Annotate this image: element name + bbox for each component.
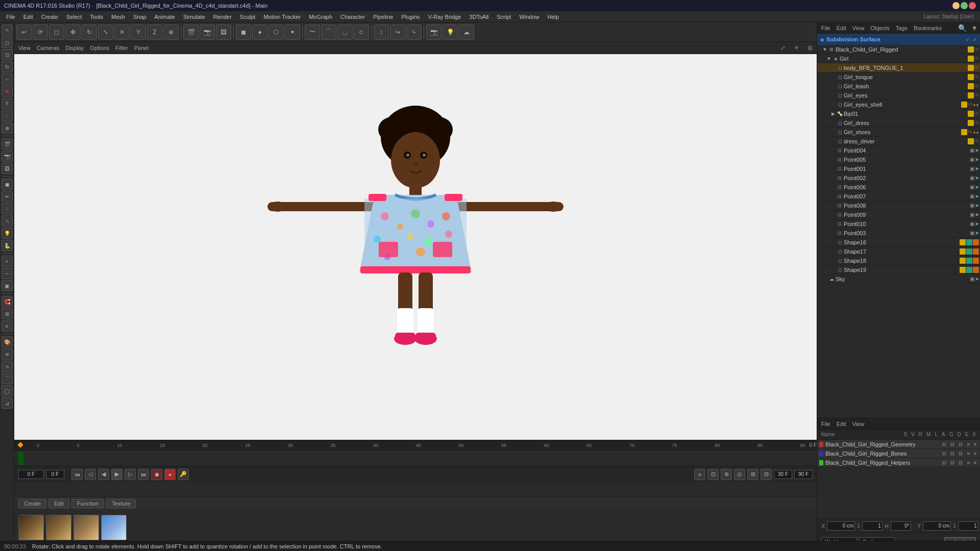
toolbar-btn3[interactable]: ⊕ bbox=[721, 469, 732, 480]
tool-render3[interactable]: 🖼 bbox=[2, 163, 13, 174]
spline4-btn[interactable]: ⊂ bbox=[354, 24, 369, 40]
obj-row-shape16[interactable]: ◻ Shape16 bbox=[817, 238, 980, 247]
tool-world[interactable]: ⊕ bbox=[2, 122, 13, 134]
x-size-input[interactable] bbox=[862, 521, 883, 531]
object-list[interactable]: ▼ ⊞ Black_Child_Girl_Rigged ⁞⁞⁞ ▼ ◈ Girl bbox=[817, 45, 980, 418]
tool-sculpt4[interactable]: ⌒ bbox=[2, 373, 13, 384]
record-btn[interactable]: ⏺ bbox=[151, 469, 162, 480]
yform-btn[interactable]: Y bbox=[131, 24, 146, 40]
spline-btn[interactable]: 〜 bbox=[305, 24, 320, 40]
om-bookmarks-menu[interactable]: Bookmarks bbox=[912, 25, 944, 31]
viewport-cameras-menu[interactable]: Cameras bbox=[37, 45, 60, 51]
obj-row-point005[interactable]: ⊡ Point005 ▣ ➤ bbox=[817, 155, 980, 164]
tool-cube[interactable]: ◼ bbox=[2, 179, 13, 190]
play-btn[interactable]: ▶ bbox=[111, 469, 122, 480]
maximize-button[interactable] bbox=[961, 2, 968, 9]
menu-tools[interactable]: Tools bbox=[86, 13, 107, 21]
sphere-btn[interactable]: ● bbox=[252, 24, 267, 40]
zform-btn[interactable]: Z bbox=[147, 24, 162, 40]
menu-render[interactable]: Render bbox=[209, 13, 236, 21]
obj-row-bip01[interactable]: ▶ 🦴 Bip01 ⁞⁞⁞ bbox=[817, 109, 980, 118]
viewport-view-menu[interactable]: View bbox=[18, 45, 31, 51]
go-end-btn[interactable]: ⏭ bbox=[138, 469, 149, 480]
obj-row-point010[interactable]: ⊡ Point010 ▣ ➤ bbox=[817, 219, 980, 229]
tool-lights[interactable]: 💡 bbox=[2, 228, 13, 239]
obj-row-shape18[interactable]: ◻ Shape18 bbox=[817, 256, 980, 265]
toolbar-btn6[interactable]: ⊟ bbox=[761, 469, 772, 480]
timeline-track[interactable] bbox=[14, 450, 817, 466]
x-pos-input[interactable] bbox=[827, 521, 855, 531]
obj-row-eyes[interactable]: ◻ Girl_eyes ⁞⁞⁞ bbox=[817, 91, 980, 100]
tool-select[interactable]: ◻ bbox=[2, 37, 13, 48]
tool-scale[interactable]: ↔ bbox=[2, 73, 13, 85]
render-to-btn[interactable]: 🖼 bbox=[216, 24, 231, 40]
toolbar-btn2[interactable]: ⊡ bbox=[707, 469, 719, 480]
tool-sculpt5[interactable]: ◯ bbox=[2, 385, 13, 396]
obj-row-black-child[interactable]: ▼ ⊞ Black_Child_Girl_Rigged ⁞⁞⁞ bbox=[817, 45, 980, 54]
viewport-expand[interactable]: ⤢ bbox=[780, 44, 786, 52]
tool-pen[interactable]: ✏ bbox=[2, 191, 13, 202]
obj-row-eyes-shell[interactable]: ◻ Girl_eyes_shell ⁞⁞⁞ ⬥⬥ bbox=[817, 100, 980, 109]
camera-btn[interactable]: 📷 bbox=[426, 24, 442, 40]
obj-row-tongue1[interactable]: ◻ body_BFB_TONGUE_1 ⁞⁞⁞ bbox=[817, 63, 980, 72]
world-btn[interactable]: ⊕ bbox=[163, 24, 179, 40]
menu-edit[interactable]: Edit bbox=[19, 13, 37, 21]
subdiv-check[interactable]: ✓ bbox=[966, 37, 970, 42]
render-preview-btn[interactable]: 🎬 bbox=[183, 24, 199, 40]
tool-sculpt[interactable]: 🎨 bbox=[2, 336, 13, 347]
tool-more[interactable]: ≡ bbox=[2, 320, 13, 332]
viewport-filter-menu[interactable]: Filter bbox=[115, 45, 128, 51]
material-tab-function[interactable]: Function bbox=[71, 499, 104, 508]
obj-row-point008[interactable]: ⊡ Point008 ▣ ➤ bbox=[817, 201, 980, 210]
tool-snap[interactable]: 🧲 bbox=[2, 296, 13, 307]
obj-row-shape19[interactable]: ◻ Shape19 bbox=[817, 265, 980, 274]
select-btn[interactable]: ◻ bbox=[49, 24, 64, 40]
xform-btn[interactable]: ✕ bbox=[114, 24, 130, 40]
anim-file-menu[interactable]: File bbox=[819, 421, 832, 427]
prev-key-btn[interactable]: ◁ bbox=[85, 469, 96, 480]
rotate-btn[interactable]: ↻ bbox=[82, 24, 97, 40]
material-tab-edit[interactable]: Edit bbox=[48, 499, 69, 508]
tool-spline[interactable]: ♢ bbox=[2, 203, 13, 214]
play-back-btn[interactable]: ◀ bbox=[98, 469, 109, 480]
anim-edit-menu[interactable]: Edit bbox=[835, 421, 848, 427]
viewport-options-menu[interactable]: Options bbox=[90, 45, 109, 51]
obj-row-tongue[interactable]: ◻ Girl_tongue ⁞⁞⁞ bbox=[817, 72, 980, 82]
tool-python[interactable]: 🐍 bbox=[2, 240, 13, 251]
minimize-button[interactable] bbox=[952, 2, 960, 9]
tool-live[interactable]: ⊡ bbox=[2, 49, 13, 60]
menu-3dtoall[interactable]: 3DToAll bbox=[465, 13, 493, 21]
menu-pipeline[interactable]: Pipeline bbox=[369, 13, 397, 21]
cylinder-btn[interactable]: ⬡ bbox=[268, 24, 284, 40]
cube-btn[interactable]: ◼ bbox=[236, 24, 251, 40]
tool-render2[interactable]: 📷 bbox=[2, 151, 13, 162]
end-time-input[interactable] bbox=[794, 470, 813, 479]
tool-sculpt6[interactable]: ⊿ bbox=[2, 397, 13, 409]
material-tab-texture[interactable]: Texture bbox=[106, 499, 136, 508]
menu-create[interactable]: Create bbox=[37, 13, 62, 21]
viewport-grid[interactable]: ⊞ bbox=[807, 44, 813, 52]
subdiv-check2[interactable]: ✓ bbox=[973, 37, 977, 42]
material-tab-create[interactable]: Create bbox=[18, 499, 46, 508]
tool-x[interactable]: ✕ bbox=[2, 86, 13, 97]
menu-window[interactable]: Window bbox=[515, 13, 543, 21]
obj-row-girl[interactable]: ▼ ◈ Girl ⁞⁞⁞ bbox=[817, 54, 980, 63]
menu-simulate[interactable]: Simulate bbox=[179, 13, 209, 21]
menu-character[interactable]: Character bbox=[336, 13, 369, 21]
spline2-btn[interactable]: ⌒ bbox=[321, 24, 336, 40]
menu-snap[interactable]: Snap bbox=[129, 13, 151, 21]
tool-sculpt3[interactable]: ∿ bbox=[2, 361, 13, 372]
obj-row-leash[interactable]: ◻ Girl_leash ⁞⁞⁞ bbox=[817, 82, 980, 91]
menu-sculpt[interactable]: Sculpt bbox=[236, 13, 260, 21]
viewport-light[interactable]: ☀ bbox=[794, 44, 799, 52]
render-btn[interactable]: 📷 bbox=[200, 24, 215, 40]
next-key-btn[interactable]: ▷ bbox=[125, 469, 136, 480]
menu-animate[interactable]: Animate bbox=[151, 13, 179, 21]
obj-row-shape17[interactable]: ◻ Shape17 bbox=[817, 247, 980, 256]
scale-btn[interactable]: ⤡ bbox=[98, 24, 113, 40]
anim-list[interactable]: Black_Child_Girl_Rigged_Geometry ⊡ ⊡ ⊡ ≡… bbox=[817, 440, 980, 518]
y-size-input[interactable] bbox=[958, 521, 978, 531]
undo-btn[interactable]: ↩ bbox=[16, 24, 32, 40]
obj-row-point003[interactable]: ⊡ Point003 ▣ ➤ bbox=[817, 229, 980, 238]
bend-btn[interactable]: ↪ bbox=[390, 24, 405, 40]
